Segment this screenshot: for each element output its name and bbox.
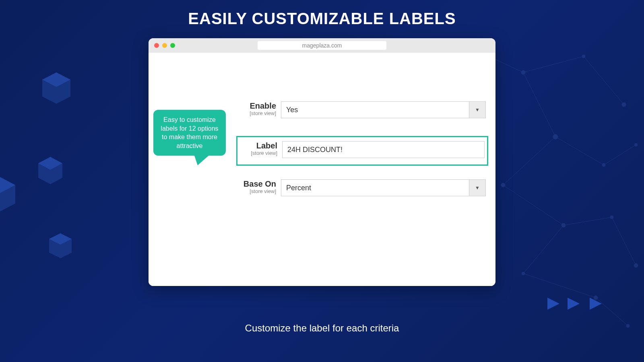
base-on-select[interactable]: Percent ▼	[281, 179, 486, 196]
label-scope-hint: [store view]	[240, 150, 277, 156]
svg-point-22	[610, 216, 613, 219]
svg-point-25	[594, 296, 598, 300]
background-cubes-decoration	[0, 60, 101, 302]
svg-line-10	[523, 225, 564, 274]
svg-point-24	[522, 272, 525, 275]
label-field-label: Label	[240, 141, 277, 150]
browser-chrome-bar: mageplaza.com	[149, 38, 495, 53]
base-on-label: Base On	[239, 179, 276, 188]
svg-point-15	[582, 55, 585, 58]
svg-line-11	[523, 274, 596, 298]
settings-form: Enable [store view] Yes ▼ Label [store v…	[236, 99, 488, 199]
traffic-lights	[154, 43, 175, 48]
background-triangles-decoration	[543, 290, 624, 322]
label-input[interactable]	[282, 141, 485, 158]
base-on-select-value: Percent	[281, 179, 486, 196]
url-bar[interactable]: mageplaza.com	[258, 41, 386, 50]
chevron-down-icon: ▼	[469, 101, 486, 118]
svg-line-5	[604, 145, 636, 165]
info-tooltip: Easy to customize labels for 12 options …	[153, 110, 226, 156]
svg-point-14	[521, 70, 525, 74]
page-subtitle: Customize the label for each criteria	[0, 323, 644, 334]
enable-scope-hint: [store view]	[239, 110, 276, 116]
svg-point-20	[501, 183, 505, 187]
base-on-row: Base On [store view] Percent ▼	[236, 177, 488, 199]
svg-line-4	[555, 137, 604, 165]
svg-line-3	[523, 72, 555, 137]
svg-line-2	[584, 56, 624, 105]
svg-line-6	[503, 137, 555, 185]
svg-point-21	[561, 223, 566, 227]
svg-point-23	[634, 263, 638, 267]
svg-line-7	[503, 185, 564, 225]
enable-select-value: Yes	[281, 101, 486, 118]
page-title: EASILY CUSTOMIZABLE LABELS	[0, 0, 644, 28]
svg-point-16	[622, 103, 626, 107]
svg-point-19	[634, 143, 638, 146]
enable-row: Enable [store view] Yes ▼	[236, 99, 488, 121]
svg-line-9	[612, 217, 636, 265]
browser-window: mageplaza.com Easy to customize labels f…	[149, 38, 495, 286]
close-window-icon[interactable]	[154, 43, 159, 48]
svg-line-1	[523, 56, 584, 72]
enable-select[interactable]: Yes ▼	[281, 101, 486, 118]
enable-label: Enable	[239, 101, 276, 110]
base-on-scope-hint: [store view]	[239, 188, 276, 194]
maximize-window-icon[interactable]	[170, 43, 175, 48]
chevron-down-icon: ▼	[469, 179, 486, 196]
svg-line-8	[564, 217, 612, 225]
svg-line-12	[596, 298, 628, 326]
svg-point-18	[602, 163, 605, 167]
svg-point-17	[553, 134, 558, 139]
minimize-window-icon[interactable]	[162, 43, 167, 48]
browser-body: Easy to customize labels for 12 options …	[149, 53, 495, 286]
label-row: Label [store view]	[236, 136, 488, 166]
